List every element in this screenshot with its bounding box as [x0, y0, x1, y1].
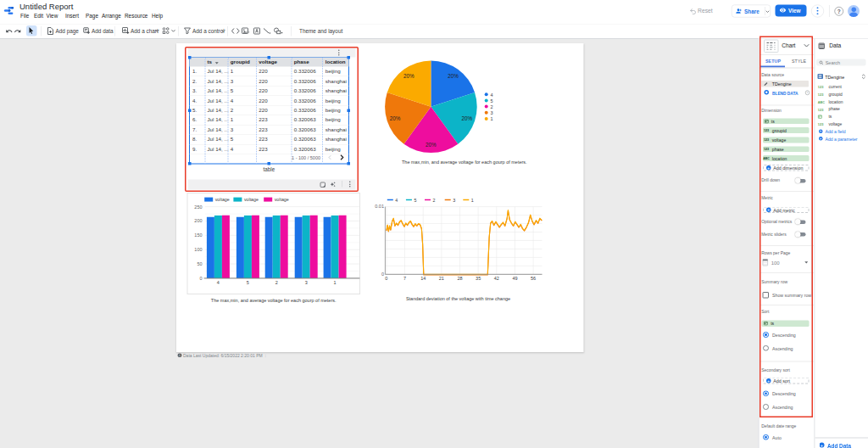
svg-text:20%: 20%	[403, 73, 415, 79]
svg-text:56: 56	[531, 276, 536, 281]
svg-text:1: 1	[471, 198, 474, 203]
svg-text:100: 100	[194, 247, 202, 252]
svg-text:2: 2	[433, 198, 436, 203]
svg-text:2: 2	[491, 104, 493, 109]
svg-text:20%: 20%	[390, 115, 401, 121]
svg-text:20%: 20%	[461, 115, 472, 121]
svg-text:28: 28	[457, 276, 462, 281]
svg-text:1: 1	[334, 280, 337, 285]
svg-text:49: 49	[512, 276, 517, 281]
svg-text:0.01: 0.01	[375, 204, 384, 209]
svg-text:50: 50	[197, 261, 202, 266]
svg-text:5: 5	[491, 98, 493, 104]
svg-text:4: 4	[217, 280, 220, 285]
svg-text:3: 3	[491, 110, 493, 115]
svg-text:3: 3	[453, 198, 455, 203]
svg-text:250: 250	[194, 204, 202, 209]
svg-text:200: 200	[194, 218, 202, 223]
svg-text:voltage: voltage	[215, 197, 230, 202]
svg-text:14: 14	[420, 276, 426, 281]
svg-text:42: 42	[494, 276, 499, 281]
svg-text:7: 7	[403, 276, 406, 281]
svg-text:3: 3	[305, 280, 308, 285]
svg-text:20%: 20%	[426, 142, 437, 148]
svg-text:5: 5	[414, 198, 416, 203]
svg-text:4: 4	[491, 92, 493, 98]
svg-text:35: 35	[476, 276, 481, 281]
svg-text:voltage: voltage	[244, 197, 259, 202]
svg-text:2: 2	[275, 280, 278, 285]
svg-text:1: 1	[491, 116, 493, 121]
svg-text:5: 5	[247, 280, 249, 285]
svg-text:20%: 20%	[448, 73, 459, 79]
svg-text:150: 150	[194, 232, 202, 238]
svg-text:voltage: voltage	[275, 197, 289, 202]
svg-text:0: 0	[385, 276, 387, 281]
svg-text:0: 0	[381, 272, 384, 277]
svg-text:0: 0	[200, 276, 203, 281]
svg-text:4: 4	[395, 198, 398, 203]
svg-text:21: 21	[439, 276, 444, 281]
